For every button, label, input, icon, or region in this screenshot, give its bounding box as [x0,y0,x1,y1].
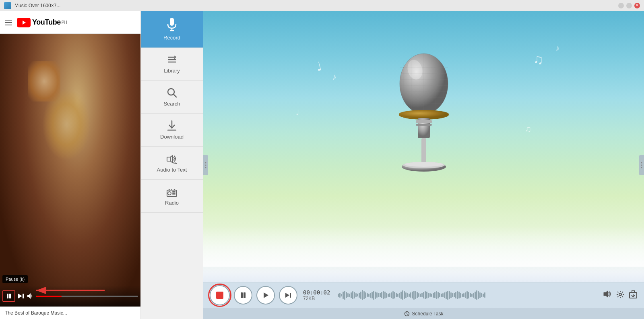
svg-rect-53 [241,292,243,298]
settings-button[interactable] [616,290,625,300]
music-note-6: ♫ [525,124,532,135]
sidebar-item-download[interactable]: Download [141,114,203,147]
clock-icon [404,311,410,317]
youtube-next-button[interactable] [17,292,25,300]
svg-rect-27 [172,193,175,195]
close-button[interactable]: ✕ [634,3,640,8]
youtube-volume-button[interactable] [27,292,34,300]
download-icon [166,120,178,131]
audio-to-text-icon [166,153,178,164]
svg-line-22 [173,163,177,164]
svg-point-65 [641,167,642,168]
svg-rect-8 [170,18,174,26]
play-button[interactable] [256,286,275,304]
volume-button[interactable] [603,290,612,300]
sidebar-item-library[interactable]: Library [141,48,203,81]
music-note-4: ♪ [555,44,559,53]
resize-dots-icon [640,161,643,169]
music-note-3: ♫ [533,52,544,67]
sidebar-record-label: Record [163,35,180,41]
video-area: Pause (k) [0,34,140,307]
library-icon [166,54,178,65]
youtube-progress-bar[interactable] [36,296,138,297]
svg-marker-55 [264,292,268,298]
app-icon [4,2,11,9]
recorder-main: ♩ ♪ ♫ ♪ ♩ ♫ [203,11,644,319]
window-controls: ✕ [618,3,640,8]
youtube-icon [17,18,31,27]
schedule-task-bar[interactable]: Schedule Task [203,308,644,319]
right-controls [603,290,638,300]
skip-icon [285,292,291,298]
time-display: 00:00:02 72KB [303,289,331,301]
video-thumbnail [0,34,140,307]
sidebar-item-radio[interactable]: Radio [141,180,203,213]
svg-rect-4 [9,294,11,298]
export-button[interactable] [629,290,638,300]
right-resize-handle[interactable] [639,155,644,175]
play-icon [262,292,269,298]
svg-marker-0 [23,21,26,25]
svg-rect-46 [416,120,432,123]
youtube-pause-button[interactable] [2,290,15,302]
svg-point-25 [168,192,171,195]
stop-button-wrapper [210,285,230,305]
svg-rect-20 [167,157,170,161]
waveform: (function() { // We'll create bars dynam… [338,288,597,302]
sidebar-nav: Record Library Search [141,11,203,319]
microphone-illustration [380,23,468,197]
svg-rect-47 [416,124,432,126]
sidebar-radio-label: Radio [165,200,179,206]
sidebar-item-record[interactable]: Record [141,11,203,48]
controls-bar: 00:00:02 72KB (function() { // We'll cre… [203,282,644,319]
svg-point-68 [205,167,206,168]
pause-tooltip: Pause (k) [2,275,28,283]
svg-rect-24 [167,190,177,197]
sidebar-item-search[interactable]: Search [141,81,203,114]
sidebar-item-audio-to-text[interactable]: Audio to Text [141,147,203,180]
left-resize-dots-icon [204,161,207,169]
youtube-logo[interactable]: YouTube PH [17,18,67,27]
pause-button[interactable] [234,286,252,304]
svg-marker-21 [170,155,173,163]
stop-button[interactable] [210,285,230,305]
youtube-panel: YouTube PH Pause (k) [0,11,141,319]
minimize-button[interactable] [618,3,624,8]
radio-icon [166,186,178,197]
youtube-progress-fill [36,296,62,297]
svg-line-17 [173,94,176,97]
hamburger-menu[interactable] [5,20,12,25]
maximize-button[interactable] [626,3,632,8]
svg-rect-26 [172,191,175,193]
svg-point-64 [641,165,642,166]
sidebar-search-label: Search [163,101,180,107]
controls-main-row: 00:00:02 72KB (function() { // We'll cre… [203,282,644,308]
svg-rect-54 [244,292,246,298]
svg-marker-5 [18,294,22,298]
music-note-1: ♩ [314,59,324,74]
microphone-icon [166,18,178,32]
svg-rect-6 [23,294,24,298]
recording-size: 72KB [303,296,331,301]
left-resize-handle[interactable] [203,155,208,175]
svg-rect-57 [290,293,291,298]
youtube-text: YouTube [32,18,61,27]
pause-icon [240,292,246,298]
video-title: The Best of Baroque Music... [0,307,140,319]
sidebar-library-label: Library [164,68,180,74]
stop-icon [216,292,223,299]
svg-marker-58 [604,291,608,297]
youtube-ph-badge: PH [62,20,67,25]
recorder-background: ♩ ♪ ♫ ♪ ♩ ♫ [203,11,644,319]
recording-time: 00:00:02 [303,289,331,296]
window-title: Music Over 1600×7... [14,3,60,8]
svg-point-51 [405,162,443,167]
svg-point-63 [641,162,642,164]
svg-point-67 [205,165,206,166]
svg-point-44 [399,110,449,118]
schedule-task-label: Schedule Task [412,311,444,317]
svg-rect-3 [7,294,8,298]
search-icon [166,87,178,98]
skip-button[interactable] [279,286,297,304]
sidebar-audio-to-text-label: Audio to Text [157,167,187,173]
